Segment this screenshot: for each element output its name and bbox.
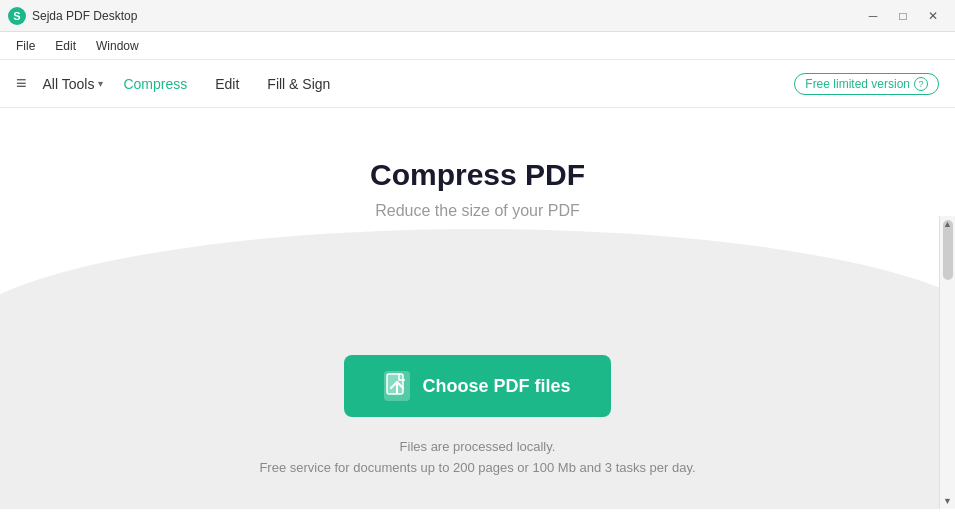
free-version-label: Free limited version	[805, 77, 910, 91]
maximize-button[interactable]: □	[889, 6, 917, 26]
nav-edit[interactable]: Edit	[203, 70, 251, 98]
choose-pdf-files-button[interactable]: Choose PDF files	[344, 355, 610, 417]
menu-window[interactable]: Window	[88, 35, 147, 57]
window-controls: ─ □ ✕	[859, 6, 947, 26]
all-tools-label: All Tools	[43, 76, 95, 92]
content-overlay: Choose PDF files Files are processed loc…	[0, 355, 955, 509]
title-bar: S Sejda PDF Desktop ─ □ ✕	[0, 0, 955, 32]
app-title: Sejda PDF Desktop	[32, 9, 859, 23]
pdf-file-icon	[384, 371, 410, 401]
nav-fill-sign[interactable]: Fill & Sign	[255, 70, 342, 98]
menu-bar: File Edit Window	[0, 32, 955, 60]
toolbar: ≡ All Tools ▾ Compress Edit Fill & Sign …	[0, 60, 955, 108]
hamburger-menu[interactable]: ≡	[16, 73, 27, 94]
app-logo: S	[8, 7, 26, 25]
all-tools-button[interactable]: All Tools ▾	[43, 76, 104, 92]
file-note: Files are processed locally. Free servic…	[259, 437, 695, 479]
question-icon: ?	[914, 77, 928, 91]
choose-pdf-label: Choose PDF files	[422, 376, 570, 397]
chevron-down-icon: ▾	[98, 78, 103, 89]
main-content: Compress PDF Reduce the size of your PDF…	[0, 108, 955, 509]
minimize-button[interactable]: ─	[859, 6, 887, 26]
free-version-badge[interactable]: Free limited version ?	[794, 73, 939, 95]
nav-compress[interactable]: Compress	[111, 70, 199, 98]
menu-edit[interactable]: Edit	[47, 35, 84, 57]
file-note-line1: Files are processed locally.	[400, 439, 556, 454]
scroll-up-arrow[interactable]: ▲	[940, 216, 956, 232]
logo-letter: S	[13, 10, 20, 22]
page-subtitle: Reduce the size of your PDF	[375, 202, 580, 220]
file-note-line2: Free service for documents up to 200 pag…	[259, 460, 695, 475]
page-title: Compress PDF	[370, 158, 585, 192]
close-button[interactable]: ✕	[919, 6, 947, 26]
menu-file[interactable]: File	[8, 35, 43, 57]
toolbar-nav: Compress Edit Fill & Sign	[111, 70, 794, 98]
